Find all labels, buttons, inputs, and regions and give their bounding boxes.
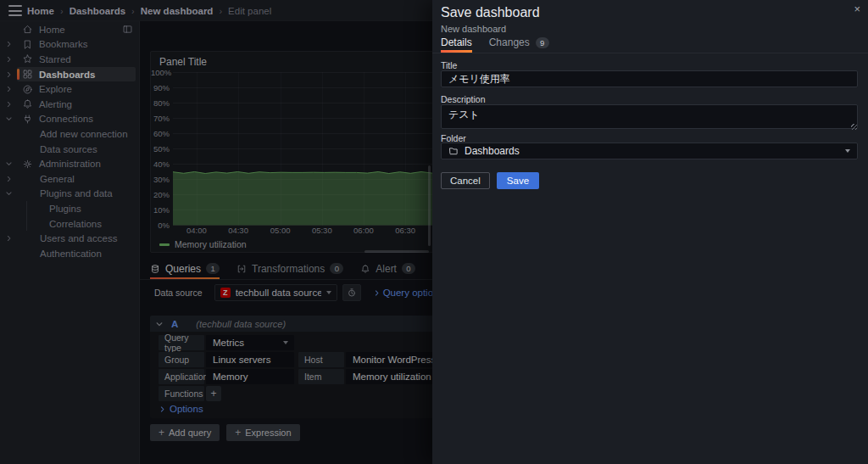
description-field-label: Description xyxy=(441,94,486,104)
description-textarea[interactable]: テスト xyxy=(441,104,858,129)
save-dashboard-drawer: × Save dashboard New dashboard Details C… xyxy=(432,0,868,464)
folder-value: Dashboards xyxy=(465,145,839,157)
chevron-down-icon xyxy=(845,149,850,153)
folder-select[interactable]: Dashboards xyxy=(441,143,858,159)
drawer-actions: Cancel Save xyxy=(441,172,539,189)
grafana-app: Home › Dashboards › New dashboard › Edit… xyxy=(0,0,868,464)
divider xyxy=(432,53,868,53)
tab-label: Details xyxy=(441,36,472,48)
drawer-title: Save dashboard xyxy=(441,5,540,20)
tab-count-badge: 9 xyxy=(536,37,549,48)
tab-details[interactable]: Details xyxy=(441,36,472,53)
tab-changes[interactable]: Changes 9 xyxy=(489,36,549,53)
drawer-tabs: Details Changes 9 xyxy=(441,36,549,53)
cancel-button[interactable]: Cancel xyxy=(441,172,490,189)
tab-label: Changes xyxy=(489,36,530,48)
folder-icon xyxy=(448,146,459,156)
title-field-label: Title xyxy=(441,60,457,70)
title-input[interactable] xyxy=(441,70,858,87)
drawer-subtitle: New dashboard xyxy=(441,24,506,34)
save-button[interactable]: Save xyxy=(497,172,539,189)
close-icon[interactable]: × xyxy=(854,3,860,14)
